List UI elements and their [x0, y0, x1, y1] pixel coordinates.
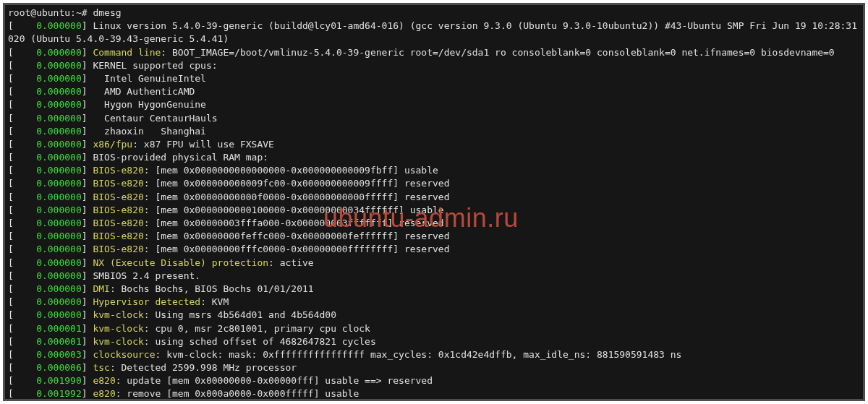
- output-line: 020 (Ubuntu 5.4.0-39.43-generic 5.4.41): [8, 33, 860, 46]
- output-line: [ 0.000001] kvm-clock: using sched offse…: [8, 335, 860, 348]
- output-line: [ 0.000000] AMD AuthenticAMD: [8, 85, 860, 98]
- output-line: [ 0.000000] Hygon HygonGenuine: [8, 98, 860, 111]
- output-line: [ 0.000000] kvm-clock: Using msrs 4b564d…: [8, 309, 860, 322]
- output-line: [ 0.000000] BIOS-e820: [mem 0x00000000ff…: [8, 243, 860, 256]
- output-line: [ 0.000000] Linux version 5.4.0-39-gener…: [8, 20, 860, 33]
- output-line: [ 0.001990] e820: update [mem 0x00000000…: [8, 374, 860, 387]
- output-line: [ 0.000003] clocksource: kvm-clock: mask…: [8, 348, 860, 361]
- output-line: [ 0.000000] Hypervisor detected: KVM: [8, 296, 860, 309]
- output-line: [ 0.000000] BIOS-e820: [mem 0x0000000000…: [8, 164, 860, 177]
- output-line: [ 0.000000] BIOS-e820: [mem 0x00000003ff…: [8, 217, 860, 230]
- prompt-user-host: root@ubuntu: [8, 7, 70, 18]
- output-line: [ 0.000006] tsc: Detected 2599.998 MHz p…: [8, 361, 860, 374]
- output-line: [ 0.000000] Intel GenuineIntel: [8, 72, 860, 85]
- output-line: [ 0.000000] Centaur CentaurHauls: [8, 112, 860, 125]
- output-line: [ 0.000000] NX (Execute Disable) protect…: [8, 257, 860, 270]
- output-line: [ 0.000000] zhaoxin Shanghai: [8, 125, 860, 138]
- output-line: [ 0.000000] Command line: BOOT_IMAGE=/bo…: [8, 46, 860, 59]
- output-line: [ 0.000000] DMI: Bochs Bochs, BIOS Bochs…: [8, 283, 860, 296]
- prompt-line: root@ubuntu:~# dmesg: [8, 7, 860, 20]
- output-line: [ 0.000000] SMBIOS 2.4 present.: [8, 270, 860, 283]
- output-line: [ 0.000000] BIOS-e820: [mem 0x0000000000…: [8, 204, 860, 217]
- output-line: [ 0.000000] BIOS-e820: [mem 0x0000000000…: [8, 177, 860, 190]
- terminal-output: [ 0.000000] Linux version 5.4.0-39-gener…: [8, 20, 860, 400]
- output-line: [ 0.001992] e820: remove [mem 0x000a0000…: [8, 387, 860, 400]
- command-text: dmesg: [93, 7, 121, 18]
- output-line: [ 0.000000] KERNEL supported cpus:: [8, 59, 860, 72]
- output-line: [ 0.000000] BIOS-provided physical RAM m…: [8, 151, 860, 164]
- output-line: [ 0.000001] kvm-clock: cpu 0, msr 2c8010…: [8, 322, 860, 335]
- terminal-window[interactable]: root@ubuntu:~# dmesg [ 0.000000] Linux v…: [3, 3, 865, 401]
- output-line: [ 0.000000] BIOS-e820: [mem 0x0000000000…: [8, 191, 860, 204]
- output-line: [ 0.000000] x86/fpu: x87 FPU will use FX…: [8, 138, 860, 151]
- output-line: [ 0.000000] BIOS-e820: [mem 0x00000000fe…: [8, 230, 860, 243]
- prompt-path: ~: [76, 7, 82, 18]
